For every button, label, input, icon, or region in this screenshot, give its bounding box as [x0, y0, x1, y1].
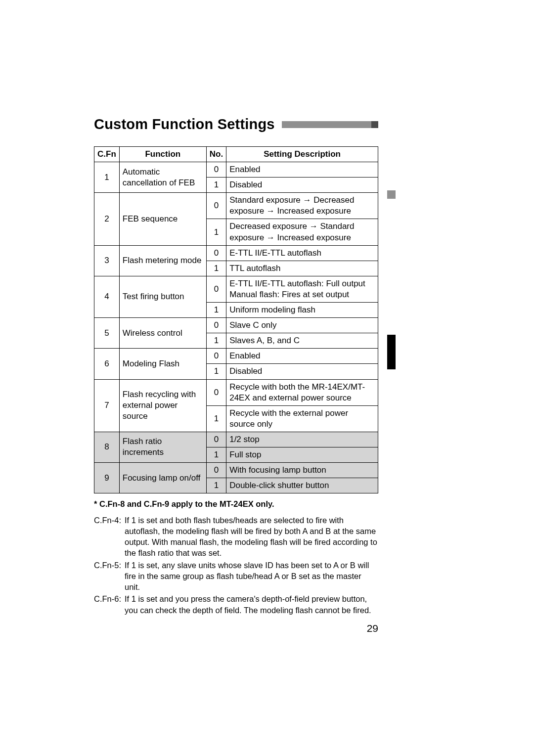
title-bar-icon: [282, 121, 378, 128]
cell-no: 1: [206, 405, 226, 432]
cell-function: FEB sequence: [119, 193, 206, 245]
cell-desc: E-TTL II/E-TTL autoflash: [226, 245, 378, 261]
cell-no: 1: [206, 219, 226, 245]
footnote-text: If 1 is set and you press the camera's d…: [125, 593, 378, 616]
cell-no: 0: [206, 432, 226, 447]
cell-desc: Enabled: [226, 349, 378, 364]
cell-no: 1: [206, 261, 226, 276]
cell-cfn: 9: [94, 463, 120, 493]
footnote-label: C.Fn-4:: [94, 515, 125, 559]
cell-function: Test firing button: [119, 276, 206, 317]
footnote-text: If 1 is set and both flash tubes/heads a…: [125, 515, 378, 559]
cell-desc: TTL autoflash: [226, 261, 378, 276]
cell-no: 0: [206, 349, 226, 364]
custom-function-table: C.Fn Function No. Setting Description 1A…: [94, 146, 378, 493]
cell-cfn: 8: [94, 432, 120, 462]
page-content: Custom Function Settings C.Fn Function N…: [94, 116, 378, 617]
cell-no: 1: [206, 478, 226, 493]
cell-desc: Recycle with the external power source o…: [226, 405, 378, 432]
cell-cfn: 7: [94, 379, 120, 432]
cell-function: Automatic cancellation of FEB: [119, 162, 206, 193]
header-desc: Setting Description: [226, 147, 378, 162]
page-title: Custom Function Settings: [94, 116, 275, 133]
cell-desc: Disabled: [226, 178, 378, 193]
cell-no: 0: [206, 193, 226, 219]
table-row: 9Focusing lamp on/off0With focusing lamp…: [94, 463, 378, 478]
header-cfn: C.Fn: [94, 147, 120, 162]
cell-desc: Enabled: [226, 162, 378, 178]
table-row: 5Wireless control0Slave C only: [94, 318, 378, 333]
cell-no: 0: [206, 276, 226, 302]
cell-no: 1: [206, 178, 226, 193]
cell-function: Flash metering mode: [119, 245, 206, 276]
cell-function: Focusing lamp on/off: [119, 463, 206, 493]
table-header-row: C.Fn Function No. Setting Description: [94, 147, 378, 162]
cell-function: Flash recycling with external power sour…: [119, 379, 206, 432]
footnote-label: C.Fn-6:: [94, 593, 125, 616]
side-tab-black: [387, 335, 396, 369]
side-tab-grey: [387, 190, 396, 199]
footnote-text: If 1 is set, any slave units whose slave…: [125, 560, 378, 593]
header-no: No.: [206, 147, 226, 162]
cell-desc: Recycle with both the MR-14EX/MT-24EX an…: [226, 379, 378, 405]
cell-desc: Disabled: [226, 364, 378, 379]
table-row: 7Flash recycling with external power sou…: [94, 379, 378, 405]
cell-cfn: 5: [94, 318, 120, 349]
cell-desc: Standard exposure → Decreased exposure →…: [226, 193, 378, 219]
cell-desc: Decreased exposure → Standard exposure →…: [226, 219, 378, 245]
table-row: 2FEB sequence0Standard exposure → Decrea…: [94, 193, 378, 219]
footnotes: * C.Fn-8 and C.Fn-9 apply to the MT-24EX…: [94, 498, 378, 616]
cell-cfn: 4: [94, 276, 120, 317]
footnote-item: C.Fn-6:If 1 is set and you press the cam…: [94, 593, 378, 616]
cell-desc: Slaves A, B, and C: [226, 333, 378, 349]
footnote-star: * C.Fn-8 and C.Fn-9 apply to the MT-24EX…: [94, 498, 378, 509]
table-row: 4Test firing button0E-TTL II/E-TTL autof…: [94, 276, 378, 302]
table-row: 3Flash metering mode0E-TTL II/E-TTL auto…: [94, 245, 378, 261]
footnote-item: C.Fn-5:If 1 is set, any slave units whos…: [94, 560, 378, 593]
table-row: 1Automatic cancellation of FEB0Enabled: [94, 162, 378, 178]
footnote-label: C.Fn-5:: [94, 560, 125, 593]
cell-no: 1: [206, 303, 226, 318]
table-row: 6Modeling Flash0Enabled: [94, 349, 378, 364]
cell-desc: E-TTL II/E-TTL autoflash: Full output Ma…: [226, 276, 378, 302]
cell-function: Flash ratio increments: [119, 432, 206, 462]
cell-desc: Slave C only: [226, 318, 378, 333]
cell-no: 1: [206, 333, 226, 349]
cell-desc: Uniform modeling flash: [226, 303, 378, 318]
footnote-item: C.Fn-4:If 1 is set and both flash tubes/…: [94, 515, 378, 559]
cell-desc: 1/2 stop: [226, 432, 378, 447]
header-function: Function: [119, 147, 206, 162]
page-number: 29: [367, 623, 378, 634]
table-row: 8Flash ratio increments01/2 stop: [94, 432, 378, 447]
cell-desc: With focusing lamp button: [226, 463, 378, 478]
cell-function: Modeling Flash: [119, 349, 206, 379]
cell-desc: Double-click shutter button: [226, 478, 378, 493]
cell-desc: Full stop: [226, 447, 378, 462]
cell-no: 0: [206, 379, 226, 405]
cell-no: 0: [206, 162, 226, 178]
cell-no: 0: [206, 318, 226, 333]
cell-cfn: 2: [94, 193, 120, 245]
cell-no: 1: [206, 364, 226, 379]
cell-function: Wireless control: [119, 318, 206, 349]
cell-cfn: 1: [94, 162, 120, 193]
cell-no: 0: [206, 463, 226, 478]
cell-cfn: 3: [94, 245, 120, 276]
title-row: Custom Function Settings: [94, 116, 378, 133]
cell-no: 0: [206, 245, 226, 261]
cell-cfn: 6: [94, 349, 120, 379]
cell-no: 1: [206, 447, 226, 462]
